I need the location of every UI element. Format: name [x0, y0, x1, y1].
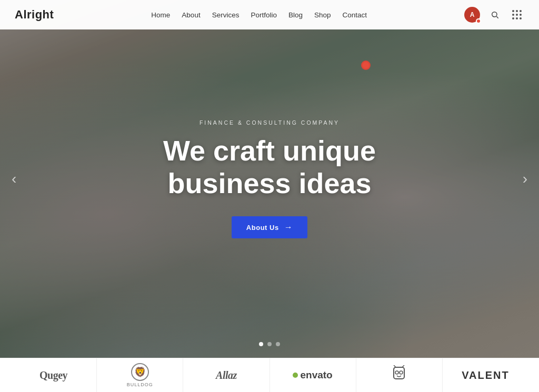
- hero-title-line1: We craft unique: [163, 135, 376, 166]
- hero-dot-2[interactable]: [267, 342, 272, 346]
- logo-qugey: Qugey: [11, 358, 97, 392]
- logo-allaz: Allaz: [183, 358, 270, 392]
- logo-envato: envato: [270, 358, 356, 392]
- bulldog-label: BULLDOG: [127, 382, 153, 387]
- nav-blog[interactable]: Blog: [288, 11, 303, 19]
- hero-title: We craft unique business ideas: [112, 134, 427, 199]
- nav-contact[interactable]: Contact: [343, 11, 367, 19]
- cta-button[interactable]: About Us →: [232, 216, 307, 238]
- hero-dots: [259, 342, 280, 346]
- svg-point-3: [395, 371, 398, 374]
- owl-icon: [391, 365, 407, 386]
- logos-section: Qugey 🦁 BULLDOG Allaz envato VALENT: [0, 358, 539, 392]
- nav-shop[interactable]: Shop: [314, 11, 331, 19]
- navbar: Alright Home About Services Portfolio Bl…: [0, 0, 539, 29]
- logo-allaz-text: Allaz: [216, 369, 237, 381]
- logo-qugey-text: Qugey: [39, 369, 67, 381]
- hero-section: Finance & Consulting Company We craft un…: [0, 0, 539, 358]
- envato-text: envato: [300, 369, 332, 381]
- hero-title-line2: business ideas: [167, 167, 371, 199]
- grid-menu-button[interactable]: [510, 7, 524, 22]
- svg-line-1: [496, 16, 498, 18]
- hero-dot-3[interactable]: [276, 342, 280, 346]
- site-logo[interactable]: Alright: [15, 8, 54, 22]
- grid-icon: [512, 10, 522, 19]
- svg-point-4: [400, 371, 403, 374]
- hero-next-button[interactable]: ›: [518, 166, 532, 192]
- logo-bulldog: 🦁 BULLDOG: [97, 358, 183, 392]
- hero-subtitle: Finance & Consulting Company: [112, 119, 427, 126]
- cta-arrow-icon: →: [284, 223, 293, 232]
- cta-label: About Us: [246, 224, 279, 232]
- hero-content: Finance & Consulting Company We craft un…: [112, 119, 427, 238]
- envato-dot-icon: [293, 373, 298, 378]
- decoration-circle: [361, 61, 371, 70]
- hero-prev-button[interactable]: ‹: [7, 166, 21, 192]
- nav-portfolio[interactable]: Portfolio: [251, 11, 277, 19]
- logo-owl: [356, 358, 443, 392]
- svg-point-0: [492, 12, 497, 17]
- search-button[interactable]: [487, 7, 502, 22]
- nav-about[interactable]: About: [182, 11, 200, 19]
- bulldog-circle-icon: 🦁: [131, 363, 149, 381]
- user-avatar[interactable]: A: [464, 7, 480, 23]
- envato-logo-container: envato: [293, 369, 332, 381]
- logo-bulldog-icon: 🦁 BULLDOG: [127, 363, 153, 387]
- notification-badge: [476, 18, 481, 24]
- nav-home[interactable]: Home: [151, 11, 170, 19]
- logo-valent: VALENT: [443, 358, 528, 392]
- nav-links: Home About Services Portfolio Blog Shop …: [151, 10, 367, 19]
- nav-services[interactable]: Services: [212, 11, 239, 19]
- nav-icons: A: [464, 7, 524, 23]
- valent-text: VALENT: [462, 369, 510, 381]
- hero-dot-1[interactable]: [259, 342, 263, 346]
